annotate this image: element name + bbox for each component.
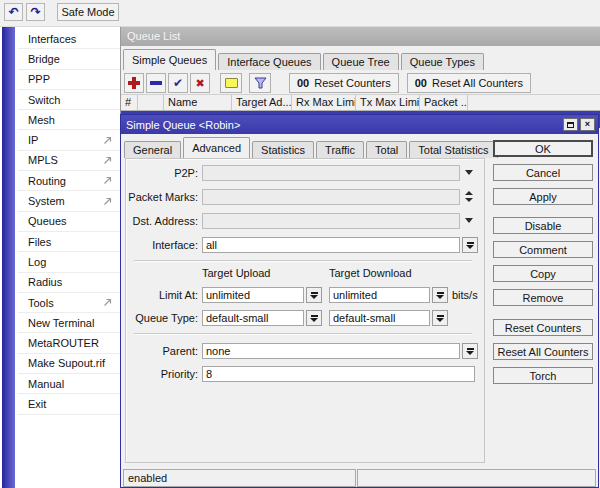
- sidebar-item-label: Radius: [28, 276, 62, 288]
- packet-marks-down-icon[interactable]: [465, 198, 473, 202]
- priority-label: Priority:: [128, 366, 198, 382]
- plus-icon: [128, 77, 140, 89]
- limit-at-download-combo-button[interactable]: [432, 287, 448, 303]
- sidebar-item-log[interactable]: Log: [18, 252, 120, 272]
- disable-queue-button[interactable]: ✖: [190, 73, 210, 93]
- limit-at-upload-field[interactable]: [202, 287, 304, 303]
- column-name[interactable]: Name: [164, 95, 232, 110]
- remove-button[interactable]: Remove: [493, 289, 593, 306]
- column-packet[interactable]: Packet ...: [420, 95, 468, 110]
- column-number[interactable]: #: [121, 95, 138, 110]
- close-button[interactable]: ×: [580, 118, 595, 131]
- sidebar-item-ppp[interactable]: PPP: [18, 70, 120, 90]
- reset-counters-button[interactable]: Reset Counters: [493, 319, 593, 336]
- limit-at-download-field[interactable]: [329, 287, 430, 303]
- sidebar-item-ip[interactable]: IP: [18, 130, 120, 150]
- packet-marks-up-icon[interactable]: [465, 191, 473, 195]
- queue-type-upload-field[interactable]: [202, 310, 304, 326]
- filter-button[interactable]: [249, 73, 271, 93]
- sidebar-item-bridge[interactable]: Bridge: [18, 49, 120, 69]
- sidebar-item-mesh[interactable]: Mesh: [18, 110, 120, 130]
- sidebar-item-new-terminal[interactable]: New Terminal: [18, 313, 120, 333]
- column-tx-max-limit[interactable]: Tx Max Limit: [356, 95, 420, 110]
- parent-field[interactable]: [202, 343, 460, 359]
- sidebar-item-label: Log: [28, 256, 46, 268]
- disable-button[interactable]: Disable: [493, 217, 593, 234]
- close-icon: ×: [585, 120, 590, 129]
- sidebar-item-tools[interactable]: Tools: [18, 293, 120, 313]
- dst-address-dropdown-icon[interactable]: [465, 218, 473, 223]
- interface-field[interactable]: [202, 237, 460, 253]
- tab-statistics[interactable]: Statistics: [252, 141, 314, 158]
- sidebar-item-switch[interactable]: Switch: [18, 90, 120, 110]
- reset-all-counters-button[interactable]: Reset All Counters: [493, 343, 593, 360]
- parent-label: Parent:: [128, 343, 198, 359]
- sidebar-item-routing[interactable]: Routing: [18, 171, 120, 191]
- sidebar-item-make-supout[interactable]: Make Supout.rif: [18, 354, 120, 374]
- enable-queue-button[interactable]: ✔: [168, 73, 188, 93]
- sidebar-item-manual[interactable]: Manual: [18, 374, 120, 394]
- tab-advanced[interactable]: Advanced: [183, 137, 250, 158]
- queue-type-label: Queue Type:: [128, 310, 198, 326]
- sidebar-item-metarouter[interactable]: MetaROUTER: [18, 333, 120, 353]
- comment-queue-button[interactable]: [220, 73, 242, 93]
- submenu-arrow-icon: [103, 197, 112, 206]
- sidebar-item-label: Mesh: [28, 114, 55, 126]
- redo-button[interactable]: ↷: [26, 3, 45, 21]
- tab-interface-queues[interactable]: Interface Queues: [218, 53, 320, 70]
- queue-type-download-combo-button[interactable]: [432, 310, 448, 326]
- sidebar-item-radius[interactable]: Radius: [18, 273, 120, 293]
- sidebar-item-queues[interactable]: Queues: [18, 212, 120, 232]
- tab-queue-types[interactable]: Queue Types: [401, 53, 484, 70]
- main-toolbar: ↶ ↷ Safe Mode: [0, 0, 600, 27]
- p2p-field[interactable]: [202, 165, 460, 181]
- tab-total-statistics[interactable]: Total Statistics: [409, 141, 497, 158]
- sidebar-item-label: PPP: [28, 73, 50, 85]
- maximize-button[interactable]: [563, 118, 578, 131]
- advanced-tab-panel: P2P: Packet Marks: Dst. Address: Interfa…: [125, 158, 485, 463]
- apply-button[interactable]: Apply: [493, 188, 593, 205]
- column-target-address[interactable]: Target Ad...: [232, 95, 292, 110]
- queue-type-upload-combo-button[interactable]: [306, 310, 322, 326]
- submenu-arrow-icon: [103, 136, 112, 145]
- add-queue-button[interactable]: [124, 73, 144, 93]
- packet-marks-field[interactable]: [202, 189, 460, 205]
- column-filler: [468, 95, 600, 110]
- copy-button[interactable]: Copy: [493, 265, 593, 282]
- priority-field[interactable]: [202, 366, 475, 382]
- tab-queue-tree[interactable]: Queue Tree: [323, 53, 399, 70]
- remove-queue-button[interactable]: [146, 73, 166, 93]
- queue-list-tabs: Simple Queues Interface Queues Queue Tre…: [123, 49, 486, 70]
- reset-all-counters-toolbar-button[interactable]: 00 Reset All Counters: [407, 73, 531, 93]
- tab-general[interactable]: General: [124, 141, 181, 158]
- sidebar-item-exit[interactable]: Exit: [18, 394, 120, 414]
- tab-simple-queues[interactable]: Simple Queues: [123, 49, 216, 70]
- torch-button[interactable]: Torch: [493, 367, 593, 384]
- sidebar-item-mpls[interactable]: MPLS: [18, 151, 120, 171]
- undo-button[interactable]: ↶: [4, 3, 23, 21]
- tab-total[interactable]: Total: [366, 141, 407, 158]
- comment-button[interactable]: Comment: [493, 241, 593, 258]
- sidebar-item-files[interactable]: Files: [18, 232, 120, 252]
- sidebar-item-system[interactable]: System: [18, 191, 120, 211]
- column-rx-max-limit[interactable]: Rx Max Limit: [292, 95, 356, 110]
- tab-traffic[interactable]: Traffic: [316, 141, 364, 158]
- sidebar-item-label: Routing: [28, 175, 66, 187]
- queue-type-download-field[interactable]: [329, 310, 430, 326]
- limit-at-upload-combo-button[interactable]: [306, 287, 322, 303]
- column-flags[interactable]: [138, 95, 164, 110]
- safe-mode-button[interactable]: Safe Mode: [57, 3, 119, 21]
- ok-button[interactable]: OK: [493, 140, 593, 157]
- reset-counters-toolbar-button[interactable]: 00 Reset Counters: [289, 73, 399, 93]
- p2p-dropdown-icon[interactable]: [465, 170, 473, 175]
- cancel-button[interactable]: Cancel: [493, 164, 593, 181]
- interface-combo-button[interactable]: [462, 237, 478, 253]
- queue-list-titlebar[interactable]: Queue List: [121, 27, 600, 46]
- sidebar-item-interfaces[interactable]: Interfaces: [18, 29, 120, 49]
- dialog-titlebar[interactable]: Simple Queue <Robin> ×: [121, 115, 598, 134]
- dst-address-field[interactable]: [202, 213, 460, 229]
- queue-list-title: Queue List: [127, 30, 180, 42]
- submenu-arrow-icon: [103, 298, 112, 307]
- sidebar-item-label: Files: [28, 236, 51, 248]
- parent-combo-button[interactable]: [462, 343, 478, 359]
